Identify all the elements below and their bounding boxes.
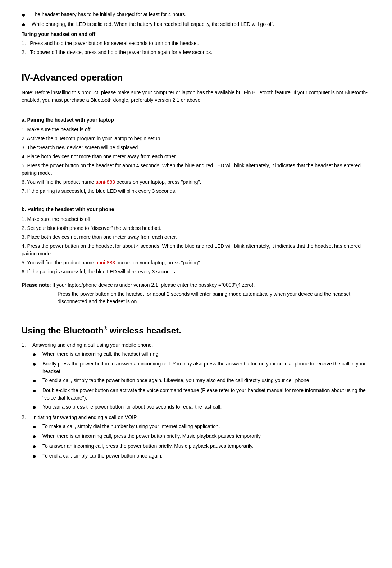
voip-bullet-dot-1: ● (32, 423, 40, 431)
phone-step-6: 6. If the pairing is successful, the blu… (22, 268, 370, 276)
laptop-step-3: 3. The "Search new device" screen will b… (22, 144, 370, 151)
voip-bullet-4: ● To end a call, simply tap the power bu… (22, 452, 370, 460)
turing-heading: Turing your headset on and off (22, 31, 370, 38)
please-note-label: Please note (22, 282, 50, 288)
voip-bullet-text-2: When there is an incoming call, press th… (42, 432, 262, 440)
phone-step-5: 5. You will find the product name aoni-8… (22, 259, 370, 267)
voip-title: Initiating /answering and ending a call … (32, 414, 137, 421)
voip-bullet-text-4: To end a call, simply tap the power butt… (42, 452, 163, 460)
voip-bullet-text-3: To answer an incoming call, press the po… (42, 442, 254, 450)
bullet-dot-1: ● (22, 11, 29, 19)
laptop-step-5: 5. Press the power button on the headset… (22, 162, 370, 177)
mobile-bullet-dot-5: ● (32, 403, 40, 412)
phone-step-2: 2. Set your bluetooth phone to "discover… (22, 224, 370, 232)
pairing-laptop-heading: a. Pairing the headset with your laptop (22, 116, 370, 124)
bluetooth-section: Using the Bluetooth® wireless headset. 1… (22, 324, 370, 461)
voip-number: 2. (22, 414, 32, 421)
bullet-text-2: While charging, the LED is solid red. Wh… (32, 21, 274, 28)
iv-advanced-heading: IV-Advanced operation (22, 71, 370, 85)
laptop-step-6: 6. You will find the product name aoni-8… (22, 178, 370, 186)
mobile-bullet-5: ● You can also press the power button fo… (22, 403, 370, 412)
pairing-phone-section: b. Pairing the headset with your phone 1… (22, 206, 370, 276)
turing-step-1: 1. Press and hold the power button for s… (22, 40, 370, 47)
phone-brand-name: aoni-883 (95, 260, 115, 265)
call-mobile-number: 1. (22, 341, 32, 349)
call-mobile-section: 1. Answering and ending a call using you… (22, 341, 370, 412)
laptop-brand-name: aoni-883 (95, 179, 115, 185)
voip-bullet-text-1: To make a call, simply dial the number b… (42, 423, 220, 430)
phone-step-3: 3. Place both devices not more than one … (22, 233, 370, 241)
voip-bullet-1: ● To make a call, simply dial the number… (22, 423, 370, 431)
voip-bullet-dot-2: ● (32, 432, 40, 441)
turing-section: Turing your headset on and off 1. Press … (22, 31, 370, 56)
laptop-step-7: 7. If the pairing is successful, the blu… (22, 187, 370, 195)
mobile-bullet-3: ● To end a call, simply tap the power bu… (22, 377, 370, 385)
bullet-dot-2: ● (22, 21, 29, 29)
please-note-line2: Press the power button on the headset fo… (22, 290, 370, 305)
mobile-bullet-dot-1: ● (32, 350, 40, 359)
please-note-section: Please note: If your laptop/phone device… (22, 281, 370, 305)
laptop-step-1: 1. Make sure the headset is off. (22, 126, 370, 133)
voip-bullet-3: ● To answer an incoming call, press the … (22, 442, 370, 451)
call-voip-section: 2. Initiating /answering and ending a ca… (22, 414, 370, 461)
voip-bullet-2: ● When there is an incoming call, press … (22, 432, 370, 441)
laptop-step-4: 4. Place both devices not more than one … (22, 153, 370, 160)
voip-bullet-dot-4: ● (32, 452, 40, 460)
mobile-bullet-text-4: Double-click the power button can activa… (42, 387, 370, 402)
pairing-laptop-section: a. Pairing the headset with your laptop … (22, 116, 370, 195)
bluetooth-heading: Using the Bluetooth® wireless headset. (22, 324, 370, 337)
iv-note: Note: Before installing this product, pl… (22, 89, 370, 104)
initial-bullets: ● The headset battery has to be initiall… (22, 11, 370, 29)
mobile-bullet-dot-3: ● (32, 377, 40, 385)
bullet-item-2: ● While charging, the LED is solid red. … (22, 21, 370, 29)
mobile-bullet-2: ● Briefly press the power button to answ… (22, 360, 370, 375)
please-note-line1: Please note: If your laptop/phone device… (22, 281, 370, 289)
mobile-bullet-text-5: You can also press the power button for … (42, 403, 222, 411)
phone-step-1: 1. Make sure the headset is off. (22, 215, 370, 223)
mobile-bullet-1: ● When there is an incoming call, the he… (22, 350, 370, 359)
iv-advanced-section: IV-Advanced operation Note: Before insta… (22, 71, 370, 305)
bullet-item-1: ● The headset battery has to be initiall… (22, 11, 370, 19)
turing-step-2: 2. To power off the device, press and ho… (22, 49, 370, 56)
bullet-text-1: The headset battery has to be initially … (32, 11, 186, 18)
mobile-bullet-4: ● Double-click the power button can acti… (22, 387, 370, 402)
phone-step-4: 4. Press the power button on the headset… (22, 242, 370, 258)
mobile-bullet-dot-2: ● (32, 360, 40, 368)
mobile-bullet-dot-4: ● (32, 387, 40, 395)
mobile-bullet-text-2: Briefly press the power button to answer… (42, 360, 370, 375)
mobile-bullet-text-1: When there is an incoming call, the head… (42, 350, 160, 358)
mobile-bullet-text-3: To end a call, simply tap the power butt… (42, 377, 311, 384)
call-mobile-title: Answering and ending a call using your m… (32, 341, 153, 349)
pairing-phone-heading: b. Pairing the headset with your phone (22, 206, 370, 213)
voip-bullet-dot-3: ● (32, 442, 40, 451)
laptop-step-2: 2. Activate the bluetooth program in you… (22, 135, 370, 142)
